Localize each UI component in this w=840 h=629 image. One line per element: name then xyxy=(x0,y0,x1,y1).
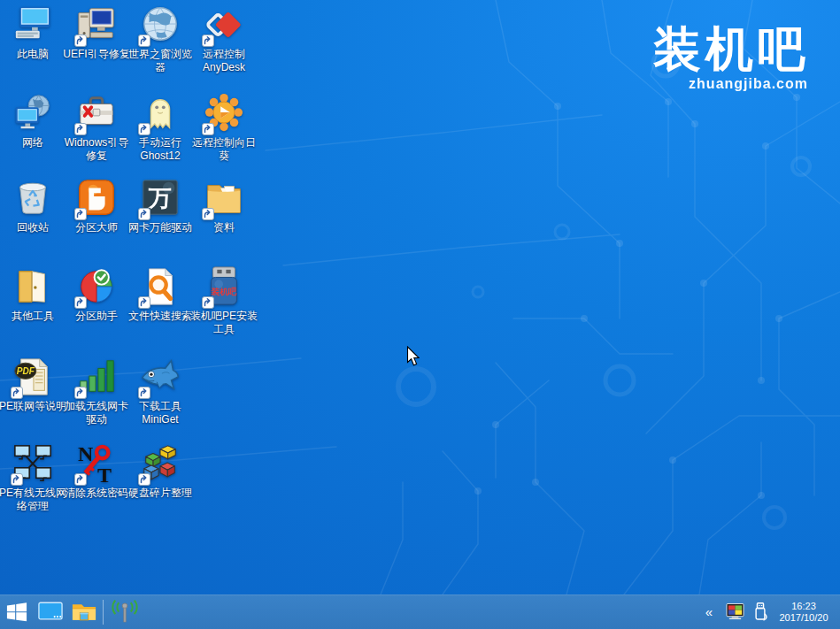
pc-tool-icon xyxy=(76,4,117,45)
shortcut-arrow-icon xyxy=(202,296,214,309)
desktop: 装机吧 zhuangjiba.com 此电脑UEFI引导修复世界之窗浏览器远程控… xyxy=(0,0,840,629)
shortcut-arrow-icon xyxy=(138,123,150,135)
desktop-icon-label: 此电脑 xyxy=(0,48,69,61)
desktop-icon-world-window-browser[interactable]: 世界之窗浏览器 xyxy=(128,4,192,74)
desktop-icon-label: 资料 xyxy=(188,221,260,234)
taskbar-separator xyxy=(103,600,104,625)
desktop-icon-pe-network-manager[interactable]: PE有线无线网络管理 xyxy=(1,443,65,513)
clock-time: 16:23 xyxy=(776,601,831,612)
shortcut-arrow-icon xyxy=(138,387,150,399)
desktop-icon-universal-nic-driver[interactable]: 万网卡万能驱动 xyxy=(128,178,192,234)
shortcut-arrow-icon xyxy=(74,123,87,135)
shortcut-arrow-icon xyxy=(138,296,150,309)
topology-icon xyxy=(12,443,53,484)
shortcut-arrow-icon xyxy=(74,35,87,47)
toolbox-icon xyxy=(76,93,117,134)
shortcut-arrow-icon xyxy=(138,35,150,47)
svg-text:万: 万 xyxy=(148,186,172,211)
usb-eject-icon[interactable] xyxy=(751,599,770,625)
shortcut-arrow-icon xyxy=(202,35,214,47)
desktop-icon-label: 清除系统密码 xyxy=(60,487,133,500)
desktop-icon-partition-master[interactable]: 分区大师 xyxy=(65,178,128,234)
desktop-icon-miniget-downloader[interactable]: 下载工具MiniGet xyxy=(128,357,192,426)
desktop-icon-label: 文件快速搜索 xyxy=(124,310,197,323)
computer-icon xyxy=(12,4,53,45)
mouse-cursor xyxy=(406,346,420,367)
desktop-icon-label: 回收站 xyxy=(0,221,69,234)
taskbar-clock[interactable]: 16:23 2017/10/20 xyxy=(776,601,831,624)
desktop-icon-label: 远程控制向日葵 xyxy=(188,136,260,163)
desktop-icon-partition-assistant[interactable]: 分区助手 xyxy=(65,266,128,323)
svg-text:N: N xyxy=(78,443,93,465)
desktop-icon-uefi-boot-repair[interactable]: UEFI引导修复 xyxy=(65,4,128,61)
desktop-icon-label: 硬盘碎片整理 xyxy=(124,487,197,500)
clock-date: 2017/10/20 xyxy=(776,612,831,624)
desktop-icon-anydesk-remote[interactable]: 远程控制AnyDesk xyxy=(192,4,256,74)
pie-icon xyxy=(76,266,117,307)
desktop-icon-disk-defrag[interactable]: 硬盘碎片整理 xyxy=(128,443,192,500)
desktop-icon-windows-boot-repair[interactable]: Widnows引导修复 xyxy=(65,93,128,163)
defrag-icon xyxy=(140,443,181,484)
desktop-icon-grid: 此电脑UEFI引导修复世界之窗浏览器远程控制AnyDesk网络Widnows引导… xyxy=(0,0,266,548)
tray-expand-button[interactable]: « xyxy=(699,599,719,625)
svg-text:装机吧: 装机吧 xyxy=(211,287,237,296)
show-desktop-button[interactable] xyxy=(34,594,67,629)
desktop-icon-label: 分区助手 xyxy=(60,310,133,323)
ntkey-icon: NT xyxy=(76,443,117,484)
desktop-icon-load-wifi-driver[interactable]: 加载无线网卡驱动 xyxy=(65,357,128,426)
brand-logo: 装机吧 zhuangjiba.com xyxy=(653,23,810,92)
desktop-icon-label: 手动运行Ghost12 xyxy=(124,136,197,163)
sunflower-icon xyxy=(204,93,244,134)
desktop-icon-sunflower-remote[interactable]: 远程控制向日葵 xyxy=(192,93,256,163)
usb-icon: 装机吧 xyxy=(204,266,244,307)
desktop-icon-zhuangjiba-pe-install[interactable]: 装机吧装机吧PE安装工具 xyxy=(192,266,256,336)
desktop-icon-recycle-bin[interactable]: 回收站 xyxy=(1,178,65,234)
desktop-icon-run-ghost12[interactable]: 手动运行Ghost12 xyxy=(128,93,192,163)
desktop-icon-label: UEFI引导修复 xyxy=(60,48,133,61)
system-tray: « 16:23 2017/10/20 xyxy=(699,599,840,625)
folder-open-icon xyxy=(12,266,53,307)
shortcut-arrow-icon xyxy=(11,473,23,486)
start-button[interactable] xyxy=(0,594,34,629)
desktop-icon-label: PE联网等说明 xyxy=(0,400,69,413)
shark-icon xyxy=(140,357,181,397)
desktop-icon-label: 下载工具MiniGet xyxy=(124,400,197,426)
shortcut-arrow-icon xyxy=(138,473,150,486)
shortcut-arrow-icon xyxy=(74,296,87,309)
shortcut-arrow-icon xyxy=(138,208,150,220)
shortcut-arrow-icon xyxy=(74,208,87,220)
desktop-icon-clear-system-password[interactable]: NT清除系统密码 xyxy=(65,443,128,500)
shortcut-arrow-icon xyxy=(74,473,87,486)
doc-search-icon xyxy=(140,266,181,307)
pdf-icon: PDF xyxy=(12,357,53,397)
taskbar: « 16:23 2017/10/20 xyxy=(0,594,840,629)
brand-logo-title: 装机吧 xyxy=(653,23,810,74)
desktop-icon-label: 远程控制AnyDesk xyxy=(188,48,260,74)
shortcut-arrow-icon xyxy=(74,387,87,399)
desktop-icon-label: Widnows引导修复 xyxy=(60,136,133,163)
diskgenius-icon xyxy=(76,178,117,219)
desktop-icon-pe-network-guide[interactable]: PDFPE联网等说明 xyxy=(1,357,65,413)
desktop-icon-label: 分区大师 xyxy=(60,221,133,234)
signal-icon xyxy=(76,357,117,397)
desktop-icon-label: PE有线无线网络管理 xyxy=(0,487,69,513)
desktop-icon-data-folder[interactable]: 资料 xyxy=(192,178,256,234)
recycle-icon xyxy=(12,178,53,219)
desktop-icon-label: 加载无线网卡驱动 xyxy=(60,400,133,426)
desktop-icon-label: 其他工具 xyxy=(0,310,69,323)
desktop-icon-this-pc[interactable]: 此电脑 xyxy=(1,4,65,61)
anydesk-icon xyxy=(204,4,244,45)
brand-logo-subtitle: zhuangjiba.com xyxy=(653,76,810,92)
folder-icon xyxy=(204,178,244,219)
display-settings-icon[interactable] xyxy=(725,599,744,625)
shortcut-arrow-icon xyxy=(11,387,23,399)
desktop-icon-quick-file-search[interactable]: 文件快速搜索 xyxy=(128,266,192,323)
svg-text:T: T xyxy=(97,464,112,484)
desktop-icon-other-tools[interactable]: 其他工具 xyxy=(1,266,65,323)
shortcut-arrow-icon xyxy=(202,208,214,220)
desktop-icon-network[interactable]: 网络 xyxy=(1,93,65,150)
shortcut-arrow-icon xyxy=(202,123,214,135)
file-explorer-button[interactable] xyxy=(67,594,101,629)
wan-driver-icon: 万 xyxy=(140,178,181,219)
wireless-network-button[interactable] xyxy=(108,594,142,629)
